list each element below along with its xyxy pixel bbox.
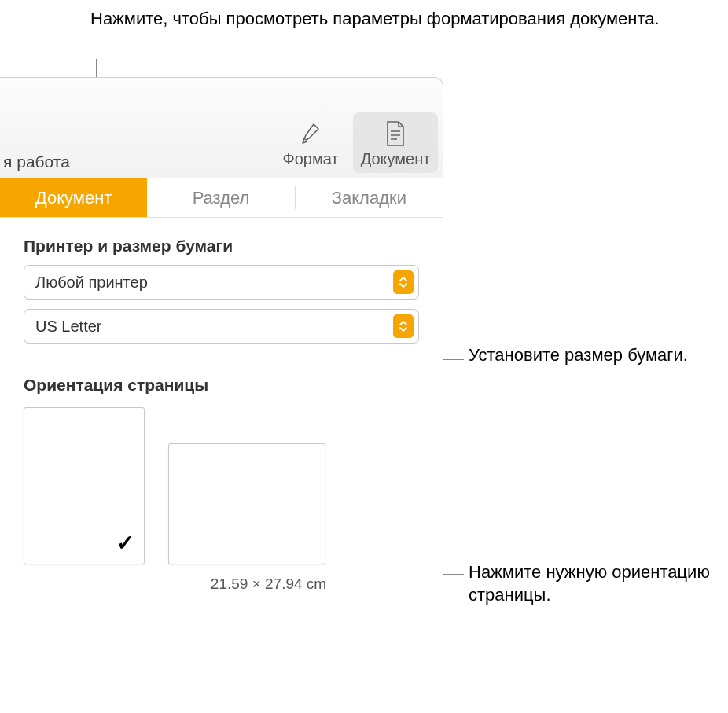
orientation-portrait-button[interactable]: ✓ bbox=[24, 407, 145, 564]
printer-value: Любой принтер bbox=[35, 274, 393, 292]
callout-orientation: Нажмите нужную ориентацию страницы. bbox=[469, 561, 728, 606]
document-panel: я работа Формат bbox=[0, 77, 443, 713]
updown-icon bbox=[393, 270, 414, 294]
document-button[interactable]: Документ bbox=[353, 112, 438, 173]
divider bbox=[24, 358, 419, 358]
tab-document[interactable]: Документ bbox=[0, 178, 147, 217]
callout-top: Нажмите, чтобы просмотреть параметры фор… bbox=[90, 8, 660, 31]
content-area: Принтер и размер бумаги Любой принтер US… bbox=[0, 218, 443, 593]
toolbar: я работа Формат bbox=[0, 78, 443, 178]
format-button[interactable]: Формат bbox=[268, 112, 353, 173]
orientation-landscape-button[interactable] bbox=[168, 443, 325, 564]
tabs: Документ Раздел Закладки bbox=[0, 178, 443, 218]
printer-dropdown[interactable]: Любой принтер bbox=[24, 265, 419, 300]
page-dimensions: 21.59 × 27.94 cm bbox=[118, 575, 419, 593]
orientation-row: ✓ bbox=[24, 407, 419, 564]
document-label: Документ bbox=[361, 150, 431, 168]
check-icon: ✓ bbox=[116, 530, 134, 556]
document-icon bbox=[384, 119, 406, 149]
tab-bookmarks[interactable]: Закладки bbox=[296, 178, 443, 217]
updown-icon bbox=[393, 314, 414, 338]
paper-size-value: US Letter bbox=[35, 318, 393, 336]
brush-icon bbox=[298, 119, 323, 149]
tab-section[interactable]: Раздел bbox=[147, 178, 294, 217]
callout-paper-size: Установите размер бумаги. bbox=[469, 344, 688, 367]
orientation-section-title: Ориентация страницы bbox=[24, 376, 419, 395]
toolbar-left-partial: я работа bbox=[0, 153, 70, 171]
format-label: Формат bbox=[282, 150, 338, 168]
paper-size-dropdown[interactable]: US Letter bbox=[24, 309, 419, 344]
printer-section-title: Принтер и размер бумаги bbox=[24, 237, 419, 255]
toolbar-buttons: Формат Документ bbox=[268, 112, 438, 173]
